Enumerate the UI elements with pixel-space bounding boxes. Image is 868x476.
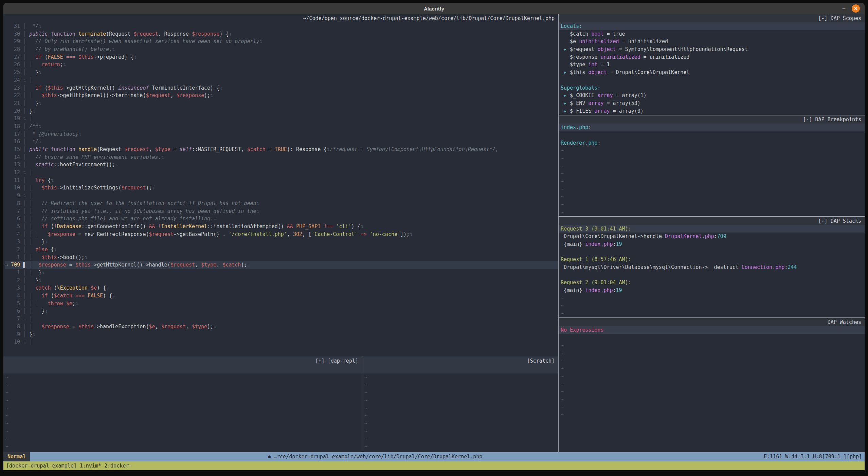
code-line: 5 │ │ │ throw $e;↴	[5, 300, 558, 308]
code-line: 1 │ │ $this->boot();↴	[5, 254, 558, 261]
dap-watches-row: ~	[559, 388, 865, 396]
dap-watches-row: No Expressions	[559, 326, 865, 334]
dap-watches-row: ~	[559, 411, 865, 419]
dap-scopes-row: $e uninitialized = uninitialized	[559, 38, 865, 45]
empty-buffer-line: ~	[5, 404, 362, 412]
code-line: 2 │ }↴	[5, 277, 558, 285]
code-line: 22 │ │ $this->getHttpKernel()->terminate…	[5, 92, 558, 99]
code-line: 4 │ │ │ $response = new RedirectResponse…	[5, 231, 558, 238]
dap-scopes-row[interactable]: ▸ $_COOKIE array = array(1)	[559, 92, 865, 99]
dap-scopes-row: $response uninitialized = uninitialized	[559, 53, 865, 61]
code-line: 3 │ │ }↴	[5, 238, 558, 246]
code-line: 21 │ }↴	[5, 99, 558, 107]
scratch-buffer[interactable]: ~~~~~~~~~~	[362, 373, 558, 452]
dap-breakpoints-row: ~	[559, 185, 865, 193]
code-line: 6 │ │ // settings.php file) and we are n…	[5, 215, 558, 223]
empty-buffer-line: ~	[364, 381, 558, 389]
dap-breakpoints-row: ~	[559, 154, 865, 162]
scratch-statusbar: [Scratch]	[362, 356, 558, 373]
code-line: 18 │ /**↴	[5, 123, 558, 130]
dap-stacks-row: Drupal\mysql\Driver\Database\mysql\Conne…	[559, 263, 865, 271]
code-line: 25 │ }↴	[5, 69, 558, 76]
empty-buffer-line: ~	[364, 404, 558, 412]
code-line: 16 │ */↴	[5, 138, 558, 146]
empty-buffer-line: ~	[5, 381, 362, 389]
dap-scopes-row[interactable]: ▸ $_FILES array = array(0)	[559, 107, 865, 115]
dap-scopes-row[interactable]: ▸ $request object = Symfony\Component\Ht…	[559, 45, 865, 53]
dap-scopes-row: $type int = 1	[559, 61, 865, 69]
file-icon: ✱	[268, 454, 271, 460]
dap-stacks-row: {main} index.php:19	[559, 287, 865, 294]
empty-buffer-line: ~	[5, 397, 362, 404]
dap-breakpoints-row: ~	[559, 147, 865, 154]
code-line: 12 ↴ │	[5, 169, 558, 177]
close-button[interactable]: ✕	[852, 4, 860, 13]
empty-buffer-line: ~	[364, 397, 558, 404]
title-bar: Alacritty – ✕	[3, 3, 865, 14]
dap-stacks-row: {main} index.php:19	[559, 240, 865, 248]
code-line: 31 │ */↴	[5, 22, 558, 30]
dap-stacks-row: Request 3 (9:01:41 AM):	[559, 225, 865, 233]
code-line: 8 │ │ // Redirect the user to the instal…	[5, 200, 558, 207]
dap-breakpoints-rows: index.php:Renderer.php:~~~~~~~~~	[559, 124, 865, 216]
dap-repl-statusbar: [+] [dap-repl]	[3, 356, 362, 373]
tmux-statusbar[interactable]: [docker-drupal-example] 1:nvim* 2:docker…	[3, 461, 865, 470]
code-line: 9 ↴ │	[5, 192, 558, 200]
code-line-current: → 709 ▌ │ $response = $this->getHttpKern…	[5, 261, 558, 269]
code-line: 23 │ if ($this->getHttpKernel() instance…	[5, 84, 558, 92]
dap-stacks-row	[559, 248, 865, 256]
empty-buffer-line: ~	[364, 420, 558, 427]
code-line: 14 │ // Ensure sane PHP environment vari…	[5, 153, 558, 161]
code-line: 26 │ │ return;↴	[5, 61, 558, 69]
dap-breakpoints-header: [-] DAP Breakpoints	[559, 115, 865, 124]
dap-stacks-row: Request 1 (8:57:46 AM):	[559, 256, 865, 263]
dap-stacks-rows: Request 3 (9:01:41 AM): Drupal\Core\Drup…	[559, 225, 865, 317]
code-buffer[interactable]: 31 │ */↴ 30 │ public function terminate(…	[3, 22, 558, 346]
statusline-stats: E:1161 W:44 I:1 H:8[709:1 ][php]	[764, 452, 862, 461]
dap-watches-row: ~	[559, 357, 865, 365]
dap-breakpoints-row	[559, 131, 865, 139]
dap-panel-column: [-] DAP ScopesLocals: $catch bool = true…	[559, 14, 865, 452]
terminal-content: ~/Code/open_source/docker-drupal-example…	[3, 14, 865, 470]
dap-scopes-row	[559, 76, 865, 84]
empty-buffer-line: ~	[5, 443, 362, 451]
dap-scopes-row: $catch bool = true	[559, 30, 865, 38]
empty-buffer-line: ~	[5, 420, 362, 427]
code-line: 5 │ │ if (!Database::getConnectionInfo()…	[5, 223, 558, 231]
dap-watches-row: ~	[559, 403, 865, 411]
dap-watches-row: ~	[559, 349, 865, 357]
dap-watches-row: ~	[559, 396, 865, 403]
vim-statusline: Normal ✱ …rce/docker-drupal-example/web/…	[3, 452, 865, 461]
code-line: 1 │ │ }↴	[5, 269, 558, 277]
dap-scopes-row[interactable]: ▸ $_ENV array = array(53)	[559, 99, 865, 107]
dap-repl-buffer[interactable]: ~~~~~~~~~~	[3, 373, 362, 452]
empty-buffer-line: ~	[364, 427, 558, 435]
dap-stacks-row	[559, 271, 865, 279]
dap-breakpoints-row: ~	[559, 201, 865, 208]
empty-buffer-line: ~	[364, 443, 558, 451]
alacritty-window: Alacritty – ✕ ~/Code/open_source/docker-…	[3, 3, 865, 470]
empty-buffer-line: ~	[364, 373, 558, 381]
minimize-button[interactable]: –	[842, 5, 846, 12]
dap-stacks-row: ~	[559, 294, 865, 302]
empty-buffer-line: ~	[5, 412, 362, 420]
code-line: 28 │ // by preHandle() before.↴	[5, 45, 558, 53]
dap-stacks-row: ~	[559, 302, 865, 310]
statusline-file: ✱ …rce/docker-drupal-example/web/core/li…	[268, 452, 482, 461]
window-title: Alacritty	[424, 6, 444, 12]
code-line: 29 │ // Only run terminate() when essent…	[5, 38, 558, 45]
empty-buffer-line: ~	[364, 412, 558, 420]
code-line: 4 │ │ if ($catch === FALSE) {↴	[5, 292, 558, 300]
mode-indicator: Normal	[3, 452, 30, 461]
dap-scopes-row[interactable]: ▸ $this object = Drupal\Core\DrupalKerne…	[559, 69, 865, 76]
empty-buffer-line: ~	[5, 389, 362, 397]
code-line: 11 │ try {↴	[5, 177, 558, 184]
code-line: 8 │ │ $response = $this->handleException…	[5, 323, 558, 331]
dap-breakpoints-row: ~	[559, 178, 865, 185]
dap-watches-row: ~	[559, 365, 865, 372]
code-line: 27 │ if (FALSE === $this->prepared) {↴	[5, 53, 558, 61]
empty-buffer-line: ~	[5, 435, 362, 443]
code-line: 15 │ public function handle(Request $req…	[5, 146, 558, 153]
code-line: 19 ↴ │	[5, 115, 558, 123]
empty-buffer-line: ~	[364, 435, 558, 443]
